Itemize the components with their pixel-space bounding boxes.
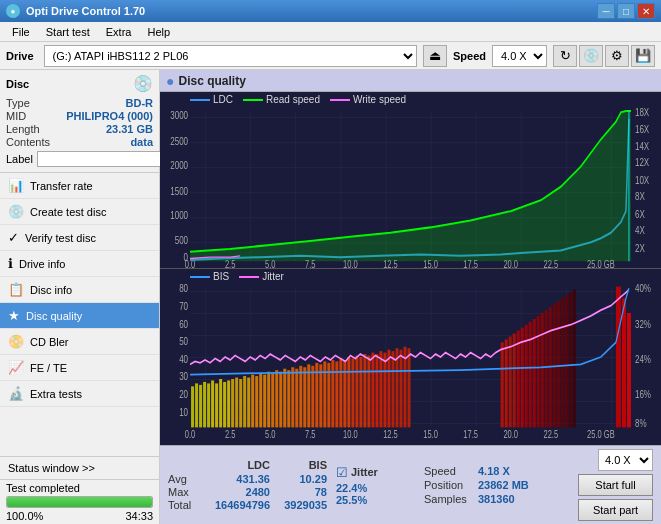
type-label: Type: [6, 97, 30, 109]
progress-percent: 100.0%: [6, 510, 43, 522]
svg-text:30: 30: [179, 370, 188, 383]
svg-rect-63: [215, 383, 218, 427]
svg-text:10X: 10X: [635, 174, 650, 187]
svg-rect-84: [299, 366, 302, 428]
label-input[interactable]: [37, 151, 170, 167]
svg-rect-61: [207, 383, 210, 427]
svg-text:1000: 1000: [170, 209, 188, 222]
svg-rect-57: [191, 386, 194, 427]
svg-rect-120: [533, 319, 536, 428]
svg-rect-60: [203, 382, 206, 427]
speed-label: Speed: [453, 50, 486, 62]
length-value: 23.31 GB: [106, 123, 153, 135]
nav-create-test-disc-label: Create test disc: [30, 206, 106, 218]
svg-text:7.5: 7.5: [305, 427, 315, 440]
nav-cd-bler-label: CD Bler: [30, 336, 69, 348]
test-speed-select[interactable]: 4.0 X: [598, 449, 653, 471]
refresh-button[interactable]: ↻: [553, 45, 577, 67]
svg-text:40%: 40%: [635, 282, 651, 295]
status-window-label: Status window >>: [8, 462, 95, 474]
svg-rect-78: [275, 370, 278, 427]
sidebar: Disc 💿 Type BD-R MID PHILIPRO4 (000) Len…: [0, 70, 160, 524]
svg-rect-81: [287, 370, 290, 427]
menu-help[interactable]: Help: [139, 24, 178, 40]
svg-text:10: 10: [179, 405, 188, 418]
start-part-button[interactable]: Start part: [578, 499, 653, 521]
svg-rect-131: [616, 287, 621, 428]
svg-rect-62: [211, 380, 214, 427]
position-value: 23862 MB: [478, 479, 529, 491]
menu-start-test[interactable]: Start test: [38, 24, 98, 40]
menu-file[interactable]: File: [4, 24, 38, 40]
svg-rect-99: [359, 357, 362, 427]
legend-ldc: LDC: [190, 94, 233, 105]
nav-cd-bler[interactable]: 📀 CD Bler: [0, 329, 159, 355]
minimize-button[interactable]: ─: [597, 3, 615, 19]
nav-create-test-disc[interactable]: 💿 Create test disc: [0, 199, 159, 225]
speed-stat-value: 4.18 X: [478, 465, 510, 477]
upper-chart-legend: LDC Read speed Write speed: [190, 94, 406, 105]
svg-rect-126: [557, 301, 560, 427]
nav-verify-test-disc-label: Verify test disc: [25, 232, 96, 244]
svg-rect-127: [561, 298, 564, 427]
svg-text:40: 40: [179, 352, 188, 365]
drive-label: Drive: [6, 50, 34, 62]
nav-disc-info-label: Disc info: [30, 284, 72, 296]
avg-label: Avg: [168, 473, 203, 485]
maximize-button[interactable]: □: [617, 3, 635, 19]
svg-rect-111: [407, 348, 410, 427]
svg-rect-76: [267, 372, 270, 428]
svg-rect-122: [541, 313, 544, 427]
svg-text:2000: 2000: [170, 159, 188, 172]
speed-select[interactable]: 4.0 X: [492, 45, 547, 67]
svg-rect-77: [271, 373, 274, 427]
chart-title: Disc quality: [178, 74, 245, 88]
nav-extra-tests-label: Extra tests: [30, 388, 82, 400]
nav-fe-te[interactable]: 📈 FE / TE: [0, 355, 159, 381]
svg-rect-83: [295, 369, 298, 428]
jitter-checkbox-icon[interactable]: ☑: [336, 465, 348, 480]
svg-rect-80: [283, 369, 286, 428]
nav-disc-quality[interactable]: ★ Disc quality: [0, 303, 159, 329]
nav-drive-info-label: Drive info: [19, 258, 65, 270]
svg-rect-123: [545, 310, 548, 427]
svg-rect-89: [319, 364, 322, 427]
drive-select[interactable]: (G:) ATAPI iHBS112 2 PL06: [44, 45, 417, 67]
menu-bar: File Start test Extra Help: [0, 22, 661, 42]
length-label: Length: [6, 123, 40, 135]
read-speed-color: [243, 99, 263, 101]
disc-button[interactable]: 💿: [579, 45, 603, 67]
svg-rect-66: [227, 380, 230, 427]
status-window-button[interactable]: Status window >>: [0, 457, 159, 480]
nav-drive-info[interactable]: ℹ Drive info: [0, 251, 159, 277]
nav-verify-test-disc[interactable]: ✓ Verify test disc: [0, 225, 159, 251]
app-title: Opti Drive Control 1.70: [26, 5, 145, 17]
eject-button[interactable]: ⏏: [423, 45, 447, 67]
nav-disc-info[interactable]: 📋 Disc info: [0, 277, 159, 303]
create-test-disc-icon: 💿: [8, 204, 24, 219]
svg-rect-98: [355, 356, 358, 428]
svg-text:1500: 1500: [170, 185, 188, 198]
nav-transfer-rate[interactable]: 📊 Transfer rate: [0, 173, 159, 199]
close-button[interactable]: ✕: [637, 3, 655, 19]
svg-rect-104: [379, 351, 382, 427]
contents-value: data: [130, 136, 153, 148]
nav-extra-tests[interactable]: 🔬 Extra tests: [0, 381, 159, 407]
disc-info-icon: 📋: [8, 282, 24, 297]
legend-write-speed: Write speed: [330, 94, 406, 105]
lower-chart-legend: BIS Jitter: [190, 271, 284, 282]
mid-value: PHILIPRO4 (000): [66, 110, 153, 122]
chart-title-bar: ● Disc quality: [160, 70, 661, 92]
start-full-button[interactable]: Start full: [578, 474, 653, 496]
status-text: Test completed: [6, 482, 80, 494]
svg-rect-105: [383, 353, 386, 428]
svg-rect-100: [363, 354, 366, 427]
svg-rect-96: [347, 357, 350, 427]
jitter-col-header: Jitter: [351, 466, 378, 478]
settings-button[interactable]: ⚙: [605, 45, 629, 67]
menu-extra[interactable]: Extra: [98, 24, 140, 40]
svg-text:80: 80: [179, 282, 188, 295]
position-label: Position: [424, 479, 474, 491]
jitter-color: [239, 276, 259, 278]
save-button[interactable]: 💾: [631, 45, 655, 67]
